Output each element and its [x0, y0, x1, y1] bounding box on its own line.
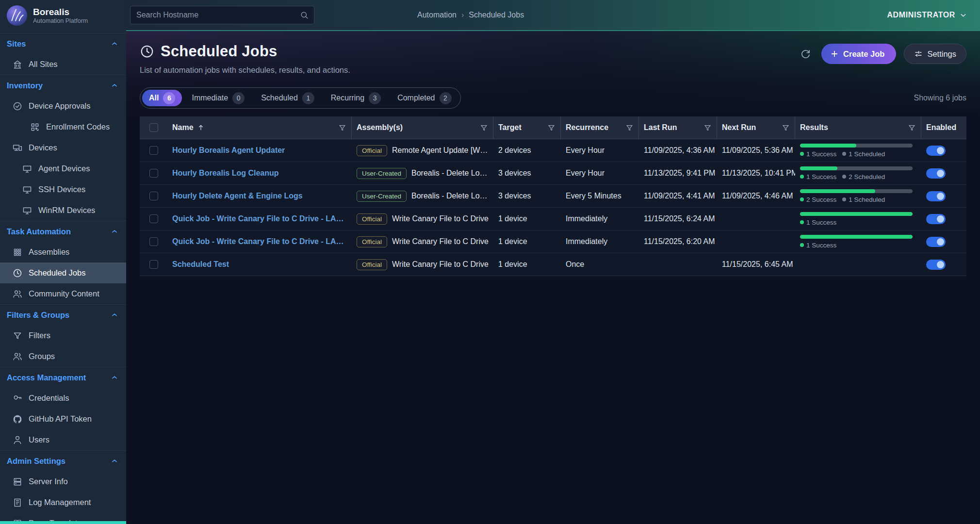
column-header[interactable]: Next Run — [717, 116, 795, 139]
tab[interactable]: Scheduled 1 — [254, 90, 321, 106]
column-header[interactable]: Name — [167, 116, 352, 139]
page-content: Scheduled Jobs List of automation jobs w… — [126, 31, 980, 524]
last-run-cell: 11/09/2025, 4:36 AM — [639, 139, 717, 162]
next-run-cell — [717, 230, 795, 253]
tab[interactable]: Completed 2 — [391, 90, 458, 106]
sidebar-section-header[interactable]: Task Automation — [0, 221, 126, 242]
results-segment: 1 Scheduled — [842, 196, 885, 203]
sidebar-item[interactable]: Groups — [0, 346, 126, 367]
borealis-logo-icon — [6, 4, 28, 27]
target-cell: 1 device — [493, 230, 561, 253]
funnel-icon[interactable] — [480, 124, 488, 132]
row-checkbox[interactable] — [149, 169, 158, 178]
column-header[interactable]: Last Run — [639, 116, 717, 139]
chevron-up-icon — [111, 374, 118, 381]
sidebar-section-header[interactable]: Sites — [0, 33, 126, 54]
column-header[interactable]: Results — [795, 116, 921, 139]
job-name-link[interactable]: Quick Job - Write Canary File to C Drive… — [172, 214, 347, 223]
funnel-icon[interactable] — [703, 124, 712, 132]
sidebar-section-header[interactable]: Admin Settings — [0, 451, 126, 471]
enabled-toggle[interactable] — [926, 146, 946, 156]
create-job-button[interactable]: Create Job — [821, 44, 896, 64]
search-icon[interactable] — [300, 11, 309, 20]
breadcrumb-item[interactable]: Scheduled Jobs — [469, 11, 524, 19]
sidebar-item[interactable]: Filters — [0, 325, 126, 346]
sidebar-item[interactable]: Server Info — [0, 471, 126, 492]
sidebar-item[interactable]: Scheduled Jobs — [0, 262, 126, 283]
sliders-icon — [914, 49, 923, 58]
row-checkbox[interactable] — [149, 146, 158, 155]
sidebar-item[interactable]: Log Management — [0, 492, 126, 513]
tab[interactable]: All 6 — [142, 90, 182, 106]
column-header-label: Results — [800, 123, 828, 132]
row-checkbox[interactable] — [149, 214, 158, 223]
row-checkbox[interactable] — [149, 237, 158, 246]
results-progress-fill — [800, 235, 913, 239]
page-header: Scheduled Jobs List of automation jobs w… — [140, 43, 966, 75]
sidebar-item[interactable]: Credentials — [0, 388, 126, 409]
enabled-toggle[interactable] — [926, 214, 946, 224]
assembly-name: Write Canary File to C Drive — [392, 214, 489, 223]
job-name-link[interactable]: Quick Job - Write Canary File to C Drive… — [172, 237, 347, 246]
enabled-toggle[interactable] — [926, 191, 946, 201]
funnel-icon[interactable] — [547, 124, 555, 132]
target-cell: 3 devices — [493, 185, 561, 207]
column-header[interactable]: Recurrence — [561, 116, 639, 139]
sidebar-item[interactable]: All Sites — [0, 54, 126, 75]
search-input[interactable] — [136, 11, 300, 19]
table-header-row: Name Assembly(s) Target — [140, 116, 966, 139]
log-icon — [13, 498, 22, 508]
sidebar-item[interactable]: Assemblies — [0, 242, 126, 262]
enabled-toggle[interactable] — [926, 168, 946, 179]
tab-count-badge: 3 — [369, 92, 381, 104]
funnel-icon[interactable] — [625, 124, 634, 132]
funnel-icon[interactable] — [782, 124, 790, 132]
sidebar-item[interactable]: Device Approvals — [0, 96, 126, 116]
job-name-link[interactable]: Hourly Delete Agent & Engine Logs — [172, 192, 303, 200]
funnel-icon[interactable] — [338, 124, 346, 132]
sidebar-item[interactable]: GitHub API Token — [0, 409, 126, 429]
recurrence-cell: Once — [561, 253, 639, 276]
sidebar-section-label: Filters & Groups — [7, 311, 69, 320]
job-name-link[interactable]: Scheduled Test — [172, 260, 229, 269]
tab[interactable]: Recurring 3 — [324, 90, 388, 106]
job-name-link[interactable]: Hourly Borealis Log Cleanup — [172, 169, 279, 178]
sidebar-item[interactable]: Enrollment Codes — [0, 116, 126, 137]
settings-button[interactable]: Settings — [904, 44, 966, 64]
sidebar-section-header[interactable]: Inventory — [0, 75, 126, 96]
sort-up-icon[interactable] — [197, 124, 205, 131]
sidebar-item[interactable]: Community Content — [0, 283, 126, 304]
breadcrumb-item[interactable]: Automation — [417, 11, 457, 19]
tabs-row: All 6 Immediate 0 Scheduled 1 — [140, 87, 966, 109]
sidebar-item[interactable]: Agent Devices — [0, 158, 126, 179]
user-menu[interactable]: ADMINISTRATOR — [887, 11, 967, 19]
last-run-cell: 11/13/2025, 9:41 PM — [639, 162, 717, 184]
next-run-cell: 11/15/2025, 6:45 AM — [717, 253, 795, 276]
tab[interactable]: Immediate 0 — [185, 90, 251, 106]
chevron-up-icon — [111, 311, 118, 319]
column-header[interactable]: Assembly(s) — [352, 116, 493, 139]
create-job-label: Create Job — [843, 49, 884, 59]
enabled-toggle[interactable] — [926, 260, 946, 270]
sidebar-item-label: Enrollment Codes — [46, 122, 110, 131]
enabled-toggle[interactable] — [926, 237, 946, 247]
funnel-icon[interactable] — [908, 124, 916, 132]
row-checkbox[interactable] — [149, 260, 158, 269]
select-all-checkbox[interactable] — [149, 123, 158, 132]
job-name-link[interactable]: Hourly Borealis Agent Updater — [172, 146, 285, 155]
sidebar-item[interactable]: WinRM Devices — [0, 200, 126, 221]
sidebar-item[interactable]: Users — [0, 429, 126, 450]
column-header[interactable]: Enabled — [921, 116, 966, 139]
sidebar-item[interactable]: Devices — [0, 137, 126, 158]
assembly-name: Write Canary File to C Drive — [392, 260, 489, 269]
chevron-up-icon — [111, 457, 118, 465]
column-header[interactable]: Target — [493, 116, 561, 139]
refresh-button[interactable] — [797, 46, 814, 62]
sidebar-item[interactable]: SSH Devices — [0, 179, 126, 200]
sidebar-section-header[interactable]: Access Management — [0, 367, 126, 388]
hostname-search[interactable] — [130, 6, 314, 24]
target-cell: 1 device — [493, 208, 561, 230]
row-checkbox[interactable] — [149, 192, 158, 200]
sidebar-section-header[interactable]: Filters & Groups — [0, 305, 126, 325]
sidebar-section: Sites All Sites — [0, 33, 126, 75]
